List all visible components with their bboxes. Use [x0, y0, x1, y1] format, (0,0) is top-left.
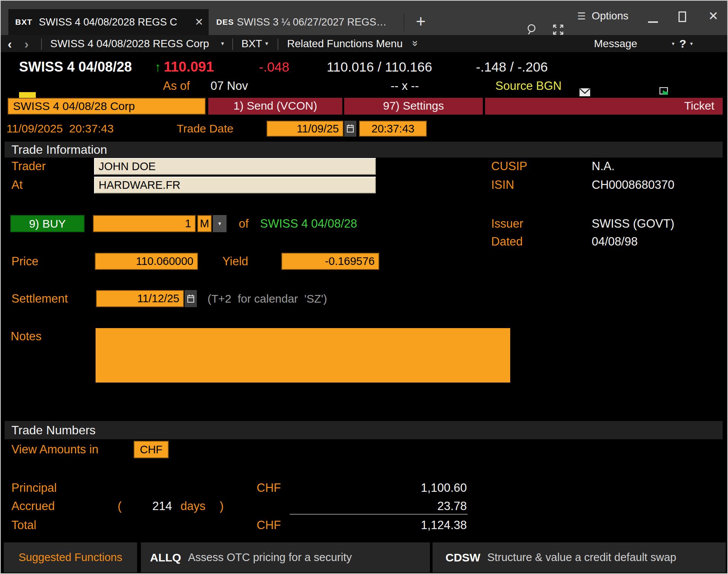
trade-numbers-header: Trade Numbers — [5, 421, 723, 439]
tab-bxt-code: BXT — [15, 9, 32, 35]
as-of-date: 07 Nov — [211, 78, 248, 94]
quote-source: Source BGN — [495, 78, 562, 94]
issuer-value: SWISS (GOVT) — [592, 215, 674, 232]
of-label: of — [239, 215, 249, 232]
settlement-calendar-icon[interactable] — [185, 290, 197, 307]
settlement-input[interactable]: 11/12/25 — [96, 290, 184, 307]
total-label: Total — [11, 518, 36, 533]
message-button[interactable]: Message — [594, 35, 637, 53]
new-tab-button[interactable]: + — [412, 9, 429, 35]
tab-des[interactable]: DES SWISS 3 ¼ 06/27/2027 REGS… — [212, 9, 401, 35]
yield-label: Yield — [222, 253, 248, 270]
yield-input[interactable]: -0.169576 — [281, 253, 379, 270]
sum-divider — [290, 514, 468, 515]
suggested-functions-label: Suggested Functions — [19, 551, 122, 564]
price-label: Price — [11, 253, 38, 270]
dated-value: 04/08/98 — [592, 233, 638, 250]
security-menu[interactable]: SWISS 4 04/08/2028 REGS Corp — [50, 35, 209, 53]
total-value: 1,124.38 — [353, 518, 467, 533]
notes-input[interactable] — [96, 328, 510, 383]
current-timestamp: 11/09/2025 20:37:43 — [6, 121, 113, 137]
cusip-label: CUSIP — [491, 158, 527, 175]
trade-time-input[interactable]: 20:37:43 — [359, 121, 427, 137]
issuer-label: Issuer — [491, 215, 523, 232]
export-caret-icon[interactable]: ▼ — [671, 35, 675, 53]
settlement-note: (T+2 for calendar 'SZ') — [208, 290, 327, 307]
amount-input[interactable]: 1 — [93, 215, 196, 232]
trader-label: Trader — [11, 158, 46, 175]
accrued-paren-close: ) — [220, 499, 224, 514]
dated-label: Dated — [491, 233, 523, 250]
send-vcon-button[interactable]: 1) Send (VCON) — [208, 98, 342, 115]
bloomberg-terminal-window: BXT SWISS 4 04/08/2028 REGS C ✕ DES SWIS… — [0, 0, 728, 574]
toolbar-separator — [41, 38, 42, 50]
tab-bxt[interactable]: BXT SWISS 4 04/08/2028 REGS C ✕ — [8, 9, 209, 35]
forward-icon[interactable]: › — [24, 35, 29, 53]
trade-date-input[interactable]: 11/09/25 — [267, 121, 343, 137]
quote-last-price: 110.091 — [164, 59, 214, 75]
help-button[interactable]: ? — [679, 35, 686, 53]
trade-date-calendar-icon[interactable] — [344, 121, 356, 137]
settings-button[interactable]: 97) Settings — [344, 98, 483, 115]
at-input[interactable]: HARDWARE.FR — [94, 177, 376, 193]
accrued-days-suffix: days — [180, 499, 205, 514]
accrued-days: 214 — [152, 499, 172, 514]
currency-selector[interactable]: CHF — [134, 441, 169, 458]
security-menu-caret-icon[interactable]: ▼ — [220, 35, 225, 53]
double-chevron-down-icon[interactable]: » — [406, 40, 424, 46]
window-close-icon[interactable]: ✕ — [708, 8, 718, 24]
tab-des-title: SWISS 3 ¼ 06/27/2027 REGS… — [237, 9, 386, 35]
quote-change: -.048 — [259, 59, 289, 75]
toolbar-separator — [278, 38, 278, 50]
help-caret-icon[interactable]: ▼ — [689, 35, 694, 53]
function-code-menu[interactable]: BXT — [241, 35, 262, 53]
maximize-icon[interactable] — [679, 11, 686, 22]
options-button[interactable]: Options — [592, 8, 629, 24]
buy-button[interactable]: 9) BUY — [10, 215, 85, 232]
isin-label: ISIN — [491, 177, 514, 193]
function-toolbar: ‹ › SWISS 4 04/08/2028 REGS Corp ▼ BXT ▼… — [1, 35, 727, 53]
quote-bid-ask: 110.016 / 110.166 — [327, 59, 432, 75]
isin-value: CH0008680370 — [592, 177, 674, 193]
minimize-icon[interactable] — [648, 21, 658, 23]
back-icon[interactable]: ‹ — [8, 35, 12, 53]
accrued-paren-open: ( — [118, 499, 121, 514]
accrued-label: Accrued — [11, 499, 55, 514]
tab-separator — [404, 13, 404, 31]
quote-size: -- x -- — [391, 78, 419, 94]
principal-currency: CHF — [257, 480, 281, 496]
amount-unit-dropdown-icon[interactable]: ▼ — [213, 215, 227, 232]
cusip-value: N.A. — [592, 158, 615, 175]
buy-security-name: SWISS 4 04/08/28 — [260, 215, 357, 232]
tab-bxt-title: SWISS 4 04/08/2028 REGS C — [39, 9, 177, 35]
trader-input[interactable]: JOHN DOE — [94, 158, 376, 175]
trade-numbers-title: Trade Numbers — [11, 421, 96, 439]
trade-date-label: Trade Date — [177, 121, 233, 137]
suggested-functions-panel[interactable]: Suggested Functions — [4, 542, 137, 572]
at-label: At — [11, 177, 22, 193]
footer-function-allq[interactable]: ALLQ Assess OTC pricing for a security — [141, 542, 430, 572]
trade-information-title: Trade Information — [11, 142, 107, 158]
toolbar-separator — [232, 38, 233, 50]
security-amber-button[interactable]: SWISS 4 04/08/28 Corp — [8, 98, 206, 115]
function-menu-caret-icon[interactable]: ▼ — [264, 35, 269, 53]
quote-security: SWISS 4 04/08/28 — [19, 59, 132, 75]
footer-function-cdsw[interactable]: CDSW Structure & value a credit default … — [433, 542, 726, 572]
accrued-value: 23.78 — [353, 499, 467, 514]
footer-function-desc: Structure & value a credit default swap — [487, 551, 676, 564]
total-currency: CHF — [257, 518, 281, 533]
as-of-label: As of — [163, 78, 190, 94]
up-arrow-icon: ↑ — [155, 59, 161, 75]
related-functions-menu[interactable]: Related Functions Menu — [287, 35, 403, 53]
ticket-button[interactable]: Ticket — [485, 98, 723, 115]
price-input[interactable]: 110.060000 — [95, 253, 198, 270]
settlement-label: Settlement — [11, 290, 68, 307]
view-amounts-label: View Amounts in — [11, 441, 99, 458]
principal-value: 1,100.60 — [353, 480, 467, 496]
hamburger-icon[interactable]: ☰ — [577, 8, 586, 24]
title-bar: BXT SWISS 4 04/08/2028 REGS C ✕ DES SWIS… — [1, 1, 727, 35]
tab-close-icon[interactable]: ✕ — [195, 9, 203, 35]
notes-label: Notes — [11, 329, 42, 344]
amount-unit[interactable]: M — [197, 215, 212, 232]
tab-des-code: DES — [216, 9, 234, 35]
